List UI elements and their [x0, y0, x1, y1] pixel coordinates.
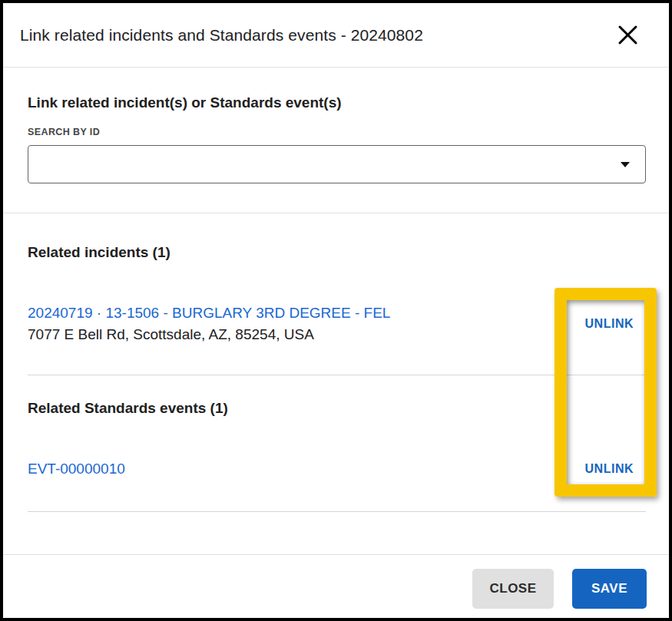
close-button[interactable]: CLOSE: [472, 569, 554, 609]
close-dialog-button[interactable]: [615, 23, 640, 48]
related-incidents-heading: Related incidents (1): [28, 243, 646, 262]
unlink-incident-button[interactable]: UNLINK: [579, 312, 640, 335]
related-content: Related incidents (1) 20240719 · 13-1506…: [3, 243, 669, 512]
incident-link[interactable]: 20240719 · 13-1506 - BURGLARY 3RD DEGREE…: [28, 305, 390, 321]
unlink-standards-event-button[interactable]: UNLINK: [579, 457, 640, 481]
dialog-title: Link related incidents and Standards eve…: [20, 26, 423, 45]
search-section: Link related incident(s) or Standards ev…: [3, 68, 669, 213]
caret-down-icon: [621, 162, 630, 167]
search-by-id-select[interactable]: [28, 145, 646, 183]
x-icon: [617, 24, 639, 46]
search-section-heading: Link related incident(s) or Standards ev…: [28, 94, 646, 112]
incident-text-block: 20240719 · 13-1506 - BURGLARY 3RD DEGREE…: [28, 304, 390, 344]
link-related-dialog: Link related incidents and Standards eve…: [0, 0, 672, 621]
standards-event-link[interactable]: EVT-00000010: [28, 460, 125, 478]
related-incident-row: 20240719 · 13-1506 - BURGLARY 3RD DEGREE…: [28, 304, 646, 344]
related-standards-row: EVT-00000010 UNLINK: [28, 457, 646, 481]
related-standards-heading: Related Standards events (1): [28, 399, 646, 418]
section-divider: [28, 375, 646, 375]
dialog-header: Link related incidents and Standards eve…: [3, 3, 669, 68]
search-by-id-label: SEARCH BY ID: [28, 127, 646, 137]
dialog-footer: CLOSE SAVE: [3, 554, 669, 618]
incident-address: 7077 E Bell Rd, Scottsdale, AZ, 85254, U…: [28, 325, 390, 344]
save-button[interactable]: SAVE: [572, 569, 647, 609]
section-divider: [28, 511, 646, 512]
